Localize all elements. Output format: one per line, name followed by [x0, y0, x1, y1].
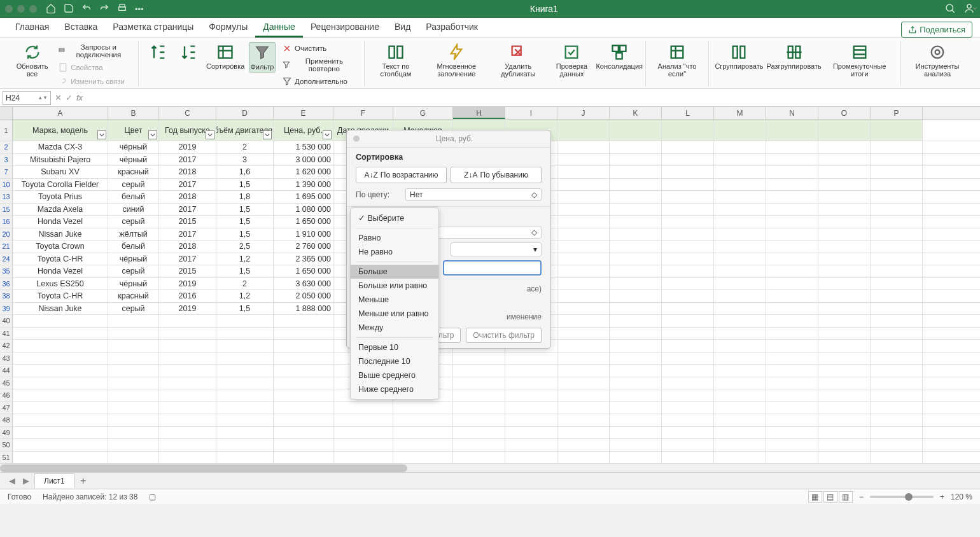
- cell[interactable]: [216, 315, 274, 327]
- cell[interactable]: 2: [216, 141, 274, 153]
- cell[interactable]: [818, 228, 871, 241]
- cell[interactable]: [505, 389, 557, 401]
- cell[interactable]: [818, 377, 871, 389]
- row-header[interactable]: 7: [0, 166, 13, 178]
- column-header[interactable]: C: [159, 107, 216, 119]
- row-header[interactable]: 40: [0, 315, 13, 327]
- cell[interactable]: [871, 216, 923, 228]
- horizontal-scrollbar[interactable]: [0, 463, 980, 472]
- cell[interactable]: Toyota Corolla Fielder: [13, 179, 108, 191]
- cell[interactable]: [393, 439, 453, 451]
- menu-bottom10[interactable]: Последние 10: [351, 354, 438, 368]
- cell[interactable]: Subaru XV: [13, 166, 108, 178]
- cell[interactable]: чёрный: [108, 154, 159, 166]
- cell[interactable]: [505, 452, 557, 464]
- menu-below-avg[interactable]: Ниже среднего: [351, 382, 438, 396]
- cell[interactable]: [662, 216, 714, 228]
- row-header[interactable]: 3: [0, 154, 13, 166]
- cell[interactable]: 2017: [159, 228, 216, 241]
- cell[interactable]: [108, 377, 159, 389]
- row-header[interactable]: 44: [0, 365, 13, 377]
- cell[interactable]: 2018: [159, 241, 216, 253]
- cell[interactable]: 3 000 000: [274, 154, 333, 166]
- zoom-slider[interactable]: [870, 496, 934, 498]
- cell[interactable]: 1 530 000: [274, 141, 333, 153]
- whatif-button[interactable]: Анализ "что если": [652, 42, 701, 79]
- cell[interactable]: чёрный: [108, 253, 159, 265]
- cell[interactable]: [557, 204, 610, 216]
- cell[interactable]: [216, 340, 274, 352]
- cell[interactable]: 1,5: [216, 179, 274, 191]
- cell[interactable]: [159, 352, 216, 365]
- cell[interactable]: [108, 328, 159, 340]
- cell[interactable]: [453, 389, 505, 401]
- row-header[interactable]: 47: [0, 402, 13, 414]
- column-header[interactable]: O: [818, 107, 871, 119]
- cell[interactable]: [766, 328, 818, 340]
- cell[interactable]: [557, 265, 610, 277]
- cell[interactable]: [274, 389, 333, 401]
- cell[interactable]: [159, 328, 216, 340]
- cell[interactable]: [274, 352, 333, 365]
- cell[interactable]: 2017: [159, 253, 216, 265]
- cell[interactable]: [610, 452, 662, 464]
- cell[interactable]: [662, 389, 714, 401]
- cell[interactable]: Toyota C-HR: [13, 253, 108, 265]
- cell[interactable]: 2018: [159, 191, 216, 203]
- cell[interactable]: [453, 377, 505, 389]
- cell[interactable]: [505, 427, 557, 439]
- cell[interactable]: 2019: [159, 141, 216, 153]
- cell[interactable]: [818, 439, 871, 451]
- cell[interactable]: [610, 439, 662, 451]
- cell[interactable]: [557, 365, 610, 377]
- cell[interactable]: [871, 414, 923, 426]
- cell[interactable]: [662, 452, 714, 464]
- cell[interactable]: [610, 402, 662, 414]
- cell[interactable]: 2015: [159, 265, 216, 277]
- cell[interactable]: [557, 452, 610, 464]
- cell[interactable]: чёрный: [108, 278, 159, 290]
- cell[interactable]: [557, 141, 610, 153]
- cell[interactable]: [766, 340, 818, 352]
- cell[interactable]: [818, 154, 871, 166]
- cell[interactable]: [159, 315, 216, 327]
- cell[interactable]: [766, 402, 818, 414]
- cell[interactable]: 2 760 000: [274, 241, 333, 253]
- cell[interactable]: [557, 166, 610, 178]
- reapply-button[interactable]: Применить повторно: [279, 56, 358, 74]
- cell[interactable]: [818, 204, 871, 216]
- more-icon[interactable]: •••: [135, 4, 144, 14]
- cell[interactable]: [333, 427, 393, 439]
- cell[interactable]: [393, 414, 453, 426]
- cell[interactable]: [662, 303, 714, 315]
- data-validation-button[interactable]: Проверка данных: [548, 42, 596, 79]
- cell[interactable]: [818, 414, 871, 426]
- cell[interactable]: [871, 141, 923, 153]
- cell[interactable]: [714, 253, 766, 265]
- tab-insert[interactable]: Вставка: [57, 18, 105, 38]
- cell[interactable]: [274, 427, 333, 439]
- cell[interactable]: Mazda Axela: [13, 204, 108, 216]
- cell[interactable]: [557, 439, 610, 451]
- cell[interactable]: [610, 365, 662, 377]
- sort-desc-button[interactable]: Z↓AПо убыванию: [451, 167, 542, 183]
- cell[interactable]: [766, 278, 818, 290]
- cell[interactable]: [505, 365, 557, 377]
- cell[interactable]: [557, 216, 610, 228]
- clear-filter-button[interactable]: Очистить фильтр: [466, 328, 542, 343]
- menu-gte[interactable]: Больше или равно: [351, 279, 438, 293]
- group-button[interactable]: Сгруппировать: [715, 42, 764, 71]
- cell[interactable]: [557, 278, 610, 290]
- cell[interactable]: [13, 427, 108, 439]
- cell[interactable]: 1,5: [216, 265, 274, 277]
- cell[interactable]: [714, 290, 766, 302]
- view-break-icon[interactable]: ▥: [839, 491, 853, 503]
- cell[interactable]: [610, 389, 662, 401]
- row-header[interactable]: 20: [0, 228, 13, 241]
- tab-page-layout[interactable]: Разметка страницы: [105, 18, 201, 38]
- cell[interactable]: 1 650 000: [274, 216, 333, 228]
- cell[interactable]: [216, 452, 274, 464]
- clear-filter-button[interactable]: Очистить: [279, 42, 329, 55]
- cell[interactable]: [13, 340, 108, 352]
- cell[interactable]: 2018: [159, 166, 216, 178]
